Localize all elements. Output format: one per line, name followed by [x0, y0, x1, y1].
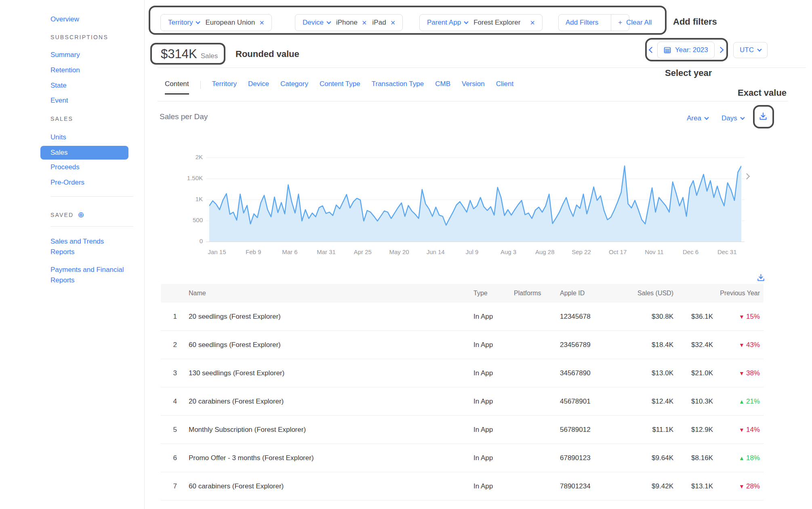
sidebar-item-pre-orders[interactable]: Pre-Orders: [50, 179, 84, 187]
parent-app-label: Parent App: [427, 19, 461, 27]
tab-category[interactable]: Category: [280, 80, 308, 93]
parent-app-filter-label[interactable]: Parent App: [427, 19, 468, 27]
sidebar-item-sales-trends-reports[interactable]: Sales and Trends Reports: [50, 236, 125, 257]
calendar-icon: [664, 46, 671, 54]
remove-filter-icon[interactable]: ×: [362, 19, 367, 27]
product-type: In App: [473, 444, 493, 472]
table-row[interactable]: 7 60 carabiners (Forest Explorer) In App…: [161, 472, 764, 501]
col-header-apple-id: Apple ID: [560, 284, 585, 303]
sidebar-item-sales-selected[interactable]: Sales: [40, 146, 128, 160]
chevron-down-icon: [326, 19, 331, 24]
tab-device[interactable]: Device: [248, 80, 269, 93]
change-percent: ▼28%: [739, 472, 760, 501]
product-name: 60 carabiners (Forest Explorer): [189, 472, 284, 501]
filter-pill-device[interactable]: Device iPhone × iPad ×: [295, 14, 403, 31]
tab-content-type[interactable]: Content Type: [320, 80, 360, 93]
tab-version[interactable]: Version: [462, 80, 485, 93]
previous-year-sales: $12.9K: [691, 416, 713, 444]
sidebar-item-summary[interactable]: Summary: [50, 51, 80, 59]
remove-filter-icon[interactable]: ×: [530, 19, 535, 27]
sidebar-section-saved: SAVED⊕: [50, 210, 85, 219]
x-axis-tick: Dec 6: [673, 248, 709, 255]
x-axis-tick: Jan 15: [199, 248, 235, 255]
tab-content[interactable]: Content: [165, 80, 189, 95]
sales-usd: $9.64K: [652, 444, 673, 472]
table-row[interactable]: 3 130 seedlings (Forest Explorer) In App…: [161, 359, 764, 387]
parent-app-value: Forest Explorer: [473, 19, 520, 27]
next-year-icon[interactable]: [717, 47, 724, 53]
tab-cmb[interactable]: CMB: [435, 80, 450, 93]
triangle-down-icon: ▼: [739, 427, 745, 433]
table-row[interactable]: 6 Promo Offer - 3 months (Forest Explore…: [161, 444, 764, 472]
product-type: In App: [473, 303, 493, 331]
plus-circle-icon[interactable]: ⊕: [78, 210, 85, 219]
chart-next-icon[interactable]: [744, 173, 750, 180]
chart-type-dropdown[interactable]: Area: [687, 114, 708, 122]
timezone-selector[interactable]: UTC: [733, 42, 768, 58]
change-percent: ▲18%: [739, 444, 760, 472]
row-index: 5: [166, 416, 177, 444]
sidebar-item-retention[interactable]: Retention: [50, 66, 80, 74]
change-percent: ▲21%: [739, 387, 760, 416]
table-row[interactable]: 2 60 seedlings (Forest Explorer) In App …: [161, 331, 764, 359]
y-axis-tick: 0: [178, 238, 203, 244]
area-chart-plot[interactable]: [209, 158, 741, 242]
sidebar-item-units[interactable]: Units: [50, 133, 66, 141]
previous-year-sales: $10.3K: [691, 387, 713, 416]
product-type: In App: [473, 387, 493, 416]
sidebar-item-payments-financial-reports[interactable]: Payments and Financial Reports: [50, 265, 125, 286]
ipad-value: iPad: [372, 19, 386, 27]
device-filter-label[interactable]: Device: [303, 19, 330, 27]
tab-client[interactable]: Client: [496, 80, 513, 93]
product-name: Promo Offer - 3 months (Forest Explorer): [189, 444, 314, 472]
filter-pill-parent-app[interactable]: Parent App Forest Explorer ×: [419, 14, 543, 31]
sales-per-day-chart[interactable]: 2K1.50K1K5000Jan 15Feb 9Mar 6Mar 31Apr 2…: [209, 156, 741, 261]
sidebar-item-proceeds[interactable]: Proceeds: [50, 163, 80, 171]
territory-filter-label[interactable]: Territory: [168, 19, 200, 27]
tab-transaction-type[interactable]: Transaction Type: [372, 80, 424, 93]
chevron-down-icon: [464, 19, 468, 24]
granularity-label: Days: [722, 114, 737, 122]
timezone-label: UTC: [740, 46, 754, 54]
previous-year-sales: $32.4K: [691, 331, 713, 359]
table-row[interactable]: 5 Monthly Subscription (Forest Explorer)…: [161, 416, 764, 444]
iphone-value: iPhone: [336, 19, 358, 27]
add-filters-button[interactable]: Add Filters +: [558, 14, 629, 31]
apple-id: 67890123: [560, 444, 591, 472]
granularity-dropdown[interactable]: Days: [722, 114, 744, 122]
x-axis-tick: Mar 31: [308, 248, 345, 255]
x-axis-tick: Jun 14: [417, 248, 454, 255]
download-table-button[interactable]: [756, 273, 766, 284]
previous-year-icon[interactable]: [649, 47, 655, 53]
remove-filter-icon[interactable]: ×: [259, 19, 264, 27]
x-axis-tick: Sep 22: [563, 248, 600, 255]
change-percent: ▼15%: [739, 303, 760, 331]
sales-usd: $13.0K: [652, 359, 673, 387]
kpi-unit-label: Sales: [201, 52, 218, 60]
sidebar-section-subscriptions: SUBSCRIPTIONS: [50, 34, 108, 40]
change-percent: ▼38%: [739, 359, 760, 387]
clear-all-button[interactable]: Clear All: [626, 19, 652, 27]
table-row[interactable]: 1 20 seedlings (Forest Explorer) In App …: [161, 303, 764, 331]
apple-id: 23456789: [560, 331, 591, 359]
download-chart-button[interactable]: [758, 111, 768, 123]
change-percent: ▼43%: [739, 331, 760, 359]
x-axis-tick: Apr 25: [345, 248, 381, 255]
product-type: In App: [473, 416, 493, 444]
sidebar-item-overview[interactable]: Overview: [50, 15, 79, 23]
filter-pill-territory[interactable]: Territory European Union ×: [160, 14, 272, 31]
sidebar-item-event[interactable]: Event: [50, 97, 68, 105]
row-index: 4: [166, 387, 177, 416]
row-index: 7: [166, 472, 177, 501]
product-name: 130 seedlings (Forest Explorer): [189, 359, 284, 387]
year-label: Year: 2023: [675, 46, 708, 54]
row-index: 1: [166, 303, 177, 331]
year-selector[interactable]: Year: 2023: [657, 42, 715, 59]
table-row[interactable]: 4 20 carabiners (Forest Explorer) In App…: [161, 387, 764, 416]
add-filters-label[interactable]: Add Filters: [559, 15, 605, 31]
sidebar-item-state[interactable]: State: [50, 82, 67, 90]
download-icon: [758, 111, 768, 121]
product-name: 20 seedlings (Forest Explorer): [189, 303, 281, 331]
tab-territory[interactable]: Territory: [212, 80, 237, 93]
remove-filter-icon[interactable]: ×: [391, 19, 395, 27]
